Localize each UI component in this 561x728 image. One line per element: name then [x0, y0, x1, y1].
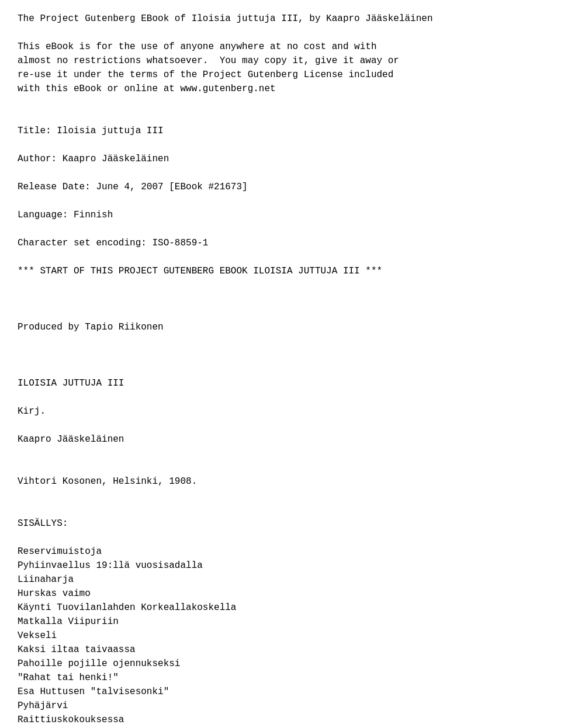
intro-paragraph: This eBook is for the use of anyone anyw…	[18, 40, 543, 96]
metadata-block: Title: Iloisia juttuja III Author: Kaapr…	[18, 124, 543, 278]
author-name: Kaapro Jääskeläinen	[18, 432, 543, 446]
contents-list: Reservimuistoja Pyhiinvaellus 19:llä vuo…	[18, 545, 543, 728]
book-title: ILOISIA JUTTUJA III	[18, 376, 543, 390]
kirj-label: Kirj.	[18, 404, 543, 418]
publisher-line: Vihtori Kosonen, Helsinki, 1908.	[18, 474, 543, 488]
contents-header: SISÄLLYS:	[18, 516, 543, 531]
title-line: The Project Gutenberg EBook of Iloisia j…	[18, 12, 543, 26]
produced-by: Produced by Tapio Riikonen	[18, 320, 543, 334]
